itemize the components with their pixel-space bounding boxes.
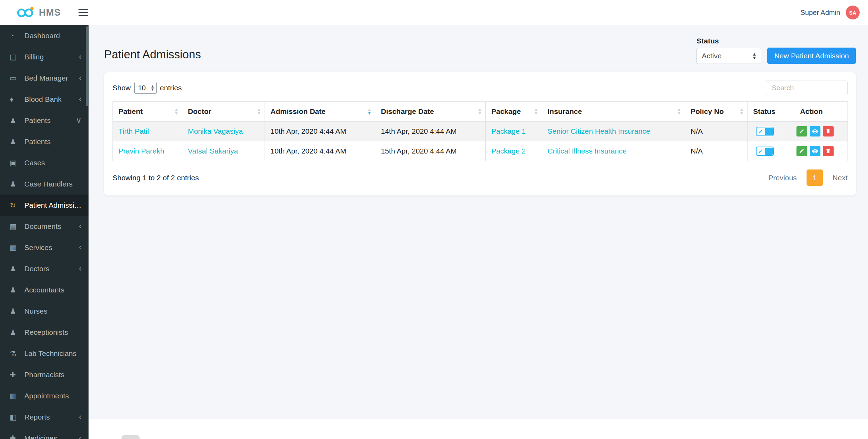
view-button[interactable] bbox=[810, 126, 820, 136]
spinner-down-icon[interactable]: ▼ bbox=[151, 88, 155, 91]
chevron-icon: ‹ bbox=[79, 53, 82, 61]
sidebar-item-pharmacists[interactable]: ✚ Pharmacists bbox=[0, 364, 89, 385]
edit-button[interactable] bbox=[796, 146, 807, 156]
brand-logo[interactable]: HMS bbox=[0, 6, 74, 19]
search-input[interactable] bbox=[766, 81, 848, 95]
pagination-next[interactable]: Next bbox=[833, 174, 848, 182]
eye-icon bbox=[812, 148, 818, 155]
column-header-doctor[interactable]: Doctor▲▼ bbox=[182, 102, 265, 122]
page-length-stepper[interactable]: 10 ▲ ▼ bbox=[134, 82, 157, 94]
sidebar-scrollbar-thumb[interactable] bbox=[86, 26, 88, 106]
pencil-icon bbox=[799, 148, 804, 154]
page-title: Patient Admissions bbox=[104, 48, 201, 64]
sidebar-item-dashboard[interactable]: ◔ Dashboard bbox=[0, 25, 89, 46]
row-actions bbox=[788, 146, 842, 156]
pagination-page-1[interactable]: 1 bbox=[807, 169, 823, 186]
column-header-action: Action bbox=[782, 102, 848, 122]
sidebar-item-label: Pharmacists bbox=[24, 371, 65, 379]
patient-icon: ♟ bbox=[10, 138, 22, 146]
sidebar-item-services[interactable]: ▦ Services ‹ bbox=[0, 237, 89, 258]
delete-button[interactable] bbox=[823, 146, 834, 156]
show-label: Show bbox=[112, 84, 131, 92]
flask-icon: ⚗ bbox=[10, 349, 22, 358]
policy-no-cell: N/A bbox=[685, 122, 748, 141]
package-link[interactable]: Package 2 bbox=[491, 147, 526, 155]
insurance-link[interactable]: Senior Citizen Health Insurance bbox=[548, 127, 650, 135]
sort-icons: ▲▼ bbox=[740, 108, 744, 115]
sidebar-item-bed-manager[interactable]: ▭ Bed Manager ‹ bbox=[0, 67, 89, 89]
chevron-icon: ‹ bbox=[79, 413, 82, 421]
doctor-icon: ♟ bbox=[10, 265, 22, 273]
hamburger-bar bbox=[78, 9, 88, 10]
admissions-card: Show 10 ▲ ▼ entries Patient▲▼Doctor▲▼Adm… bbox=[104, 72, 856, 196]
sidebar-item-label: Documents bbox=[24, 222, 61, 231]
sidebar-item-patients[interactable]: ♟ Patients ∨ bbox=[0, 110, 89, 131]
sidebar-item-lab-technicians[interactable]: ⚗ Lab Technicians bbox=[0, 343, 89, 364]
column-header-admission-date[interactable]: Admission Date▲▼ bbox=[265, 102, 375, 122]
documents-icon: ▤ bbox=[10, 222, 22, 231]
discharge-date-cell: 15th Apr, 2020 4:44 AM bbox=[375, 141, 486, 161]
toggle-knob bbox=[765, 148, 773, 155]
sidebar-item-case-handlers[interactable]: ♟ Case Handlers bbox=[0, 173, 89, 194]
sidebar-item-nurses[interactable]: ♟ Nurses bbox=[0, 300, 89, 322]
avatar[interactable]: SA bbox=[846, 6, 860, 19]
pagination-previous[interactable]: Previous bbox=[768, 174, 797, 182]
patient-link[interactable]: Tirth Patil bbox=[118, 127, 149, 135]
sidebar-item-doctors[interactable]: ♟ Doctors ‹ bbox=[0, 258, 89, 279]
new-patient-admission-button[interactable]: New Patient Admission bbox=[767, 48, 856, 64]
sidebar-item-reports[interactable]: ◧ Reports ‹ bbox=[0, 406, 89, 428]
chevron-icon: ‹ bbox=[79, 95, 82, 103]
sidebar-item-label: Case Handlers bbox=[24, 180, 73, 188]
top-header: HMS Super Admin SA bbox=[0, 0, 868, 25]
admission-date-cell: 10th Apr, 2020 4:44 AM bbox=[265, 141, 375, 161]
sidebar-item-label: Reports bbox=[24, 413, 50, 421]
sidebar-item-appointments[interactable]: ▦ Appointments bbox=[0, 385, 89, 406]
sidebar-item-cases[interactable]: ▣ Cases bbox=[0, 152, 89, 173]
sidebar-item-label: Billing bbox=[24, 53, 44, 61]
hamburger-button[interactable] bbox=[78, 7, 90, 18]
chevron-icon: ‹ bbox=[79, 74, 82, 82]
doctor-link[interactable]: Monika Vagasiya bbox=[188, 127, 243, 135]
column-header-insurance[interactable]: Insurance▲▼ bbox=[542, 102, 685, 122]
status-toggle[interactable]: ✓ bbox=[756, 147, 774, 156]
bed-icon: ▭ bbox=[10, 74, 22, 82]
sort-icons: ▲▼ bbox=[478, 108, 482, 115]
sidebar-item-billing[interactable]: ▤ Billing ‹ bbox=[0, 46, 89, 67]
sort-desc-icon: ▼ bbox=[478, 111, 482, 115]
column-header-discharge-date[interactable]: Discharge Date▲▼ bbox=[375, 102, 486, 122]
column-header-package[interactable]: Package▲▼ bbox=[486, 102, 542, 122]
sidebar-item-medicines[interactable]: ✚ Medicines ‹ bbox=[0, 428, 89, 439]
column-header-policy-no[interactable]: Policy No▲▼ bbox=[685, 102, 748, 122]
patient-link[interactable]: Pravin Parekh bbox=[118, 147, 164, 155]
billing-icon: ▤ bbox=[10, 53, 22, 61]
discharge-date-cell: 14th Apr, 2020 4:44 AM bbox=[375, 122, 486, 141]
sidebar-item-patients[interactable]: ♟ Patients bbox=[0, 131, 89, 152]
insurance-link[interactable]: Critical Illness Insurance bbox=[548, 147, 627, 155]
footer bbox=[89, 418, 868, 439]
chart-icon: ◧ bbox=[10, 413, 22, 421]
delete-button[interactable] bbox=[823, 126, 834, 136]
sort-icons: ▲▼ bbox=[367, 108, 372, 115]
table-footer: Showing 1 to 2 of 2 entries Previous 1 N… bbox=[112, 169, 848, 186]
sidebar-item-patient-admissions[interactable]: ↻ Patient Admissions bbox=[0, 194, 89, 216]
status-select[interactable]: Active ▲▼ bbox=[696, 48, 761, 64]
view-button[interactable] bbox=[810, 146, 820, 156]
sort-icons: ▲▼ bbox=[257, 108, 261, 115]
sidebar-item-accountants[interactable]: ♟ Accountants bbox=[0, 279, 89, 300]
sidebar-item-blood-bank[interactable]: ♦ Blood Bank ‹ bbox=[0, 89, 89, 110]
sidebar-item-receptionists[interactable]: ♟ Receptionists bbox=[0, 322, 89, 343]
status-toggle[interactable]: ✓ bbox=[756, 127, 774, 136]
sidebar-item-label: Medicines bbox=[24, 434, 57, 439]
sidebar-item-documents[interactable]: ▤ Documents ‹ bbox=[0, 216, 89, 237]
patients-group-icon: ♟ bbox=[10, 116, 22, 125]
status-select-value: Active bbox=[702, 52, 721, 60]
edit-button[interactable] bbox=[796, 126, 807, 136]
chevron-icon: ∨ bbox=[76, 116, 82, 124]
check-icon: ✓ bbox=[757, 149, 765, 154]
column-header-patient[interactable]: Patient▲▼ bbox=[113, 102, 182, 122]
sidebar-item-label: Accountants bbox=[24, 286, 65, 294]
package-link[interactable]: Package 1 bbox=[491, 127, 526, 135]
sort-desc-icon: ▼ bbox=[367, 111, 372, 115]
doctor-link[interactable]: Vatsal Sakariya bbox=[188, 147, 238, 155]
chevron-icon: ‹ bbox=[79, 222, 82, 230]
